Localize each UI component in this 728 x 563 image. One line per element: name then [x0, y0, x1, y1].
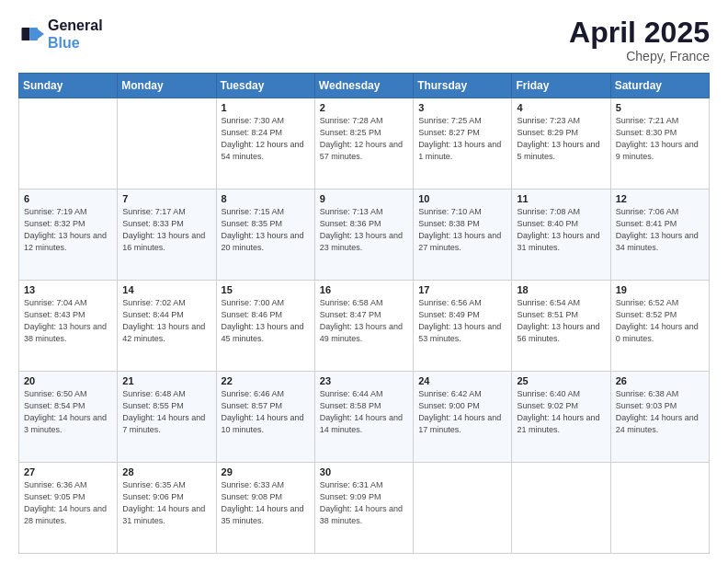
- svg-marker-3: [38, 29, 44, 40]
- calendar-cell: 25Sunrise: 6:40 AM Sunset: 9:02 PM Dayli…: [512, 372, 610, 463]
- day-info: Sunrise: 7:13 AM Sunset: 8:36 PM Dayligh…: [320, 206, 408, 254]
- calendar-cell: 28Sunrise: 6:35 AM Sunset: 9:06 PM Dayli…: [118, 463, 216, 554]
- day-info: Sunrise: 6:36 AM Sunset: 9:05 PM Dayligh…: [24, 479, 112, 527]
- calendar-cell: 6Sunrise: 7:19 AM Sunset: 8:32 PM Daylig…: [19, 190, 118, 281]
- calendar-table: Sunday Monday Tuesday Wednesday Thursday…: [18, 73, 710, 554]
- day-info: Sunrise: 6:42 AM Sunset: 9:00 PM Dayligh…: [418, 388, 506, 436]
- day-number: 22: [222, 375, 310, 386]
- calendar-cell: 18Sunrise: 6:54 AM Sunset: 8:51 PM Dayli…: [512, 281, 610, 372]
- day-number: 1: [222, 102, 310, 113]
- day-info: Sunrise: 6:35 AM Sunset: 9:06 PM Dayligh…: [122, 479, 210, 527]
- day-number: 29: [222, 466, 310, 477]
- page: General Blue April 2025 Chepy, France Su…: [0, 0, 728, 563]
- day-number: 21: [122, 375, 210, 386]
- calendar-cell: [610, 463, 709, 554]
- header: General Blue April 2025 Chepy, France: [18, 17, 710, 63]
- day-info: Sunrise: 6:44 AM Sunset: 8:58 PM Dayligh…: [320, 388, 408, 436]
- calendar-cell: 4Sunrise: 7:23 AM Sunset: 8:29 PM Daylig…: [512, 98, 610, 190]
- calendar-cell: 27Sunrise: 6:36 AM Sunset: 9:05 PM Dayli…: [19, 463, 118, 554]
- calendar-cell: [414, 463, 512, 554]
- day-number: 20: [24, 375, 112, 386]
- day-number: 5: [616, 102, 704, 113]
- day-info: Sunrise: 7:08 AM Sunset: 8:40 PM Dayligh…: [517, 206, 605, 254]
- calendar-cell: 16Sunrise: 6:58 AM Sunset: 8:47 PM Dayli…: [314, 281, 413, 372]
- calendar-cell: [118, 98, 216, 190]
- title-block: April 2025 Chepy, France: [569, 17, 710, 63]
- day-info: Sunrise: 7:25 AM Sunset: 8:27 PM Dayligh…: [418, 115, 506, 163]
- col-tuesday: Tuesday: [216, 74, 314, 98]
- calendar-cell: 19Sunrise: 6:52 AM Sunset: 8:52 PM Dayli…: [610, 281, 709, 372]
- day-info: Sunrise: 6:50 AM Sunset: 8:54 PM Dayligh…: [24, 388, 112, 436]
- calendar-cell: [19, 98, 118, 190]
- col-saturday: Saturday: [610, 74, 709, 98]
- day-number: 16: [320, 284, 408, 295]
- day-info: Sunrise: 6:58 AM Sunset: 8:47 PM Dayligh…: [320, 297, 408, 345]
- day-info: Sunrise: 7:04 AM Sunset: 8:43 PM Dayligh…: [24, 297, 112, 345]
- calendar-cell: 1Sunrise: 7:30 AM Sunset: 8:24 PM Daylig…: [216, 98, 314, 190]
- calendar-cell: 20Sunrise: 6:50 AM Sunset: 8:54 PM Dayli…: [19, 372, 118, 463]
- calendar-cell: 3Sunrise: 7:25 AM Sunset: 8:27 PM Daylig…: [414, 98, 512, 190]
- calendar-cell: 9Sunrise: 7:13 AM Sunset: 8:36 PM Daylig…: [314, 190, 413, 281]
- calendar-cell: 22Sunrise: 6:46 AM Sunset: 8:57 PM Dayli…: [216, 372, 314, 463]
- day-number: 24: [418, 375, 506, 386]
- day-info: Sunrise: 7:17 AM Sunset: 8:33 PM Dayligh…: [122, 206, 210, 254]
- calendar-cell: 14Sunrise: 7:02 AM Sunset: 8:44 PM Dayli…: [118, 281, 216, 372]
- calendar-cell: 29Sunrise: 6:33 AM Sunset: 9:08 PM Dayli…: [216, 463, 314, 554]
- day-number: 9: [320, 193, 408, 204]
- day-number: 12: [616, 193, 704, 204]
- day-info: Sunrise: 7:23 AM Sunset: 8:29 PM Dayligh…: [517, 115, 605, 163]
- day-info: Sunrise: 7:02 AM Sunset: 8:44 PM Dayligh…: [122, 297, 210, 345]
- day-number: 2: [320, 102, 408, 113]
- day-number: 11: [517, 193, 605, 204]
- day-info: Sunrise: 6:48 AM Sunset: 8:55 PM Dayligh…: [122, 388, 210, 436]
- day-info: Sunrise: 7:00 AM Sunset: 8:46 PM Dayligh…: [222, 297, 310, 345]
- month-title: April 2025: [569, 17, 710, 49]
- day-info: Sunrise: 6:52 AM Sunset: 8:52 PM Dayligh…: [616, 297, 704, 345]
- day-info: Sunrise: 7:21 AM Sunset: 8:30 PM Dayligh…: [616, 115, 704, 163]
- calendar-cell: 5Sunrise: 7:21 AM Sunset: 8:30 PM Daylig…: [610, 98, 709, 190]
- svg-rect-2: [29, 28, 38, 40]
- day-number: 7: [122, 193, 210, 204]
- day-number: 23: [320, 375, 408, 386]
- day-info: Sunrise: 7:19 AM Sunset: 8:32 PM Dayligh…: [24, 206, 112, 254]
- calendar-week-0: 1Sunrise: 7:30 AM Sunset: 8:24 PM Daylig…: [19, 98, 710, 190]
- calendar-cell: 26Sunrise: 6:38 AM Sunset: 9:03 PM Dayli…: [610, 372, 709, 463]
- day-info: Sunrise: 6:56 AM Sunset: 8:49 PM Dayligh…: [418, 297, 506, 345]
- day-info: Sunrise: 7:28 AM Sunset: 8:25 PM Dayligh…: [320, 115, 408, 163]
- calendar-week-2: 13Sunrise: 7:04 AM Sunset: 8:43 PM Dayli…: [19, 281, 710, 372]
- day-number: 18: [517, 284, 605, 295]
- calendar-cell: 30Sunrise: 6:31 AM Sunset: 9:09 PM Dayli…: [314, 463, 413, 554]
- day-info: Sunrise: 7:06 AM Sunset: 8:41 PM Dayligh…: [616, 206, 704, 254]
- calendar-week-3: 20Sunrise: 6:50 AM Sunset: 8:54 PM Dayli…: [19, 372, 710, 463]
- day-number: 13: [24, 284, 112, 295]
- day-number: 15: [222, 284, 310, 295]
- calendar-cell: 10Sunrise: 7:10 AM Sunset: 8:38 PM Dayli…: [414, 190, 512, 281]
- calendar-week-1: 6Sunrise: 7:19 AM Sunset: 8:32 PM Daylig…: [19, 190, 710, 281]
- day-number: 3: [418, 102, 506, 113]
- calendar-header-row: Sunday Monday Tuesday Wednesday Thursday…: [19, 74, 710, 98]
- day-info: Sunrise: 6:46 AM Sunset: 8:57 PM Dayligh…: [222, 388, 310, 436]
- calendar-cell: 13Sunrise: 7:04 AM Sunset: 8:43 PM Dayli…: [19, 281, 118, 372]
- location: Chepy, France: [569, 49, 710, 63]
- logo-icon: [18, 21, 44, 47]
- calendar-cell: 11Sunrise: 7:08 AM Sunset: 8:40 PM Dayli…: [512, 190, 610, 281]
- calendar-cell: 23Sunrise: 6:44 AM Sunset: 8:58 PM Dayli…: [314, 372, 413, 463]
- day-info: Sunrise: 6:38 AM Sunset: 9:03 PM Dayligh…: [616, 388, 704, 436]
- day-info: Sunrise: 6:54 AM Sunset: 8:51 PM Dayligh…: [517, 297, 605, 345]
- col-sunday: Sunday: [19, 74, 118, 98]
- day-info: Sunrise: 6:31 AM Sunset: 9:09 PM Dayligh…: [320, 479, 408, 527]
- calendar-cell: [512, 463, 610, 554]
- day-number: 19: [616, 284, 704, 295]
- col-thursday: Thursday: [414, 74, 512, 98]
- col-wednesday: Wednesday: [314, 74, 413, 98]
- calendar-cell: 8Sunrise: 7:15 AM Sunset: 8:35 PM Daylig…: [216, 190, 314, 281]
- day-number: 27: [24, 466, 112, 477]
- col-monday: Monday: [118, 74, 216, 98]
- logo-text: General Blue: [48, 17, 103, 52]
- calendar-cell: 21Sunrise: 6:48 AM Sunset: 8:55 PM Dayli…: [118, 372, 216, 463]
- day-info: Sunrise: 7:15 AM Sunset: 8:35 PM Dayligh…: [222, 206, 310, 254]
- calendar-cell: 7Sunrise: 7:17 AM Sunset: 8:33 PM Daylig…: [118, 190, 216, 281]
- calendar-cell: 15Sunrise: 7:00 AM Sunset: 8:46 PM Dayli…: [216, 281, 314, 372]
- day-info: Sunrise: 6:33 AM Sunset: 9:08 PM Dayligh…: [222, 479, 310, 527]
- calendar-cell: 17Sunrise: 6:56 AM Sunset: 8:49 PM Dayli…: [414, 281, 512, 372]
